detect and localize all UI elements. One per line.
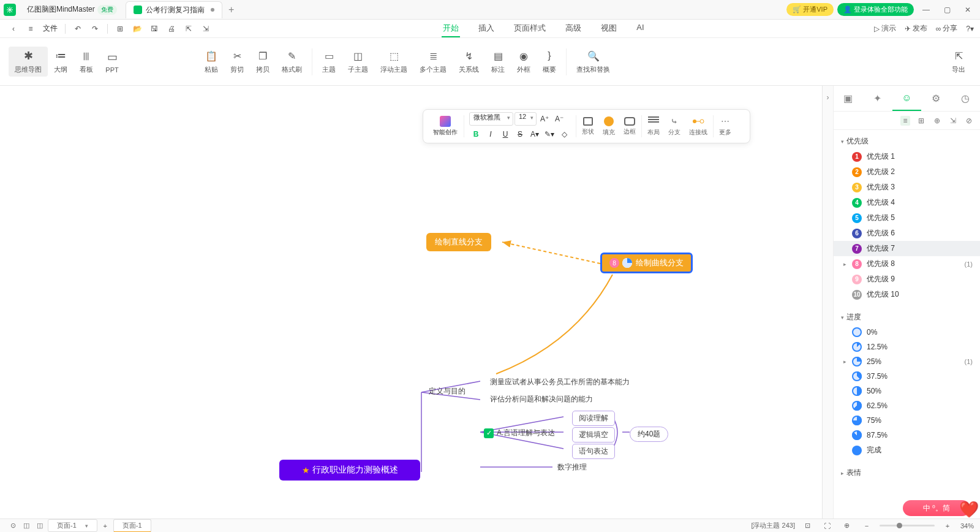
priority-item-2[interactable]: 2优先级 2: [834, 164, 980, 180]
progress-item-7[interactable]: 87.5%: [834, 428, 980, 443]
filter-view-button[interactable]: ⊘: [964, 116, 974, 126]
progress-item-2[interactable]: ▸25%(1): [834, 354, 980, 369]
import-button[interactable]: ⇲: [198, 21, 213, 36]
zoom-in-button[interactable]: +: [941, 520, 954, 531]
progress-item-8[interactable]: 完成: [834, 443, 980, 458]
multi-topic-button[interactable]: ≣多个主题: [413, 49, 453, 74]
vip-button[interactable]: 🛒 开通VIP: [786, 3, 834, 16]
export-quick-button[interactable]: ⇱: [181, 21, 196, 36]
progress-item-6[interactable]: 75%: [834, 413, 980, 428]
view-mindmap-button[interactable]: ✱思维导图: [9, 47, 48, 77]
node-curve-branch-selected[interactable]: 8绘制曲线分支: [600, 253, 693, 273]
view-ppt-button[interactable]: ▭PPT: [99, 50, 125, 74]
node-line-branch[interactable]: 绘制直线分支: [426, 233, 491, 251]
view-outline-button[interactable]: ≔大纲: [48, 49, 74, 74]
fill-button[interactable]: 填充: [600, 116, 618, 137]
save-button[interactable]: 🖫: [147, 21, 162, 36]
status-split-button[interactable]: ◫: [33, 520, 47, 531]
back-button[interactable]: ‹: [6, 21, 21, 36]
export-button[interactable]: ⇱导出: [946, 49, 971, 74]
present-button[interactable]: ▷ 演示: [874, 23, 896, 34]
progress-item-3[interactable]: 37.5%: [834, 369, 980, 384]
node-count-a[interactable]: 约40题: [630, 427, 668, 442]
node-def-a[interactable]: 测量应试者从事公务员工作所需的基本能力: [490, 377, 630, 387]
publish-button[interactable]: ✈ 发布: [905, 23, 927, 34]
summary-button[interactable]: }概要: [537, 49, 562, 74]
node-sub-a1[interactable]: 阅读理解: [572, 411, 615, 426]
add-page-button[interactable]: +: [99, 520, 112, 531]
panel-tab-style[interactable]: ▣: [834, 86, 863, 111]
print-button[interactable]: 🖨: [164, 21, 179, 36]
node-section-a[interactable]: ✓A.言语理解与表达: [484, 428, 555, 438]
login-button[interactable]: 👤 登录体验全部功能: [837, 3, 914, 16]
new-button[interactable]: ⊞: [113, 21, 127, 36]
branch-button[interactable]: ⤷分支: [665, 116, 684, 137]
view-kanban-button[interactable]: ⫼看板: [74, 49, 99, 74]
more-button[interactable]: ⋯更多: [716, 116, 734, 137]
font-shrink-button[interactable]: A⁻: [552, 112, 566, 126]
priority-item-9[interactable]: 9优先级 9: [834, 272, 980, 287]
callout-button[interactable]: ▤标注: [485, 49, 511, 74]
menu-start[interactable]: 开始: [442, 20, 460, 37]
priority-item-7[interactable]: 7优先级 7: [834, 241, 980, 256]
cut-button[interactable]: ✂剪切: [224, 49, 250, 74]
strike-button[interactable]: S: [513, 127, 527, 141]
progress-item-4[interactable]: 50%: [834, 384, 980, 398]
document-tab[interactable]: 公考行测复习指南: [126, 1, 222, 18]
priority-section-head[interactable]: ▾优先级: [834, 134, 980, 149]
status-center-button[interactable]: ⊕: [840, 520, 854, 531]
connector-button[interactable]: 连接线: [686, 116, 710, 137]
panel-tab-icons[interactable]: ☺: [892, 86, 922, 111]
menu-ai[interactable]: AI: [635, 20, 645, 37]
node-sub-a3[interactable]: 语句表达: [572, 444, 615, 459]
priority-item-4[interactable]: 4优先级 4: [834, 195, 980, 210]
boundary-button[interactable]: ◉外框: [511, 49, 537, 74]
highlight-button[interactable]: ✎▾: [543, 127, 556, 141]
add-tab-button[interactable]: +: [224, 2, 239, 18]
font-color-button[interactable]: A▾: [528, 127, 541, 141]
menu-insert[interactable]: 插入: [477, 20, 496, 37]
shape-button[interactable]: 形状: [579, 117, 597, 136]
bold-button[interactable]: B: [469, 127, 483, 141]
progress-section-head[interactable]: ▾进度: [834, 310, 980, 325]
file-menu[interactable]: 文件: [43, 23, 58, 34]
status-fit-button[interactable]: ⛶: [821, 520, 834, 531]
help-button[interactable]: ?▾: [966, 25, 974, 33]
progress-item-0[interactable]: 0%: [834, 325, 980, 340]
manage-view-button[interactable]: ⇲: [948, 116, 958, 126]
canvas[interactable]: 绘制直线分支 8绘制曲线分支 定义与目的 测量应试者从事公务员工作所需的基本能力…: [0, 86, 822, 519]
menu-icon[interactable]: ≡: [23, 21, 38, 36]
topic-button[interactable]: ▭主题: [316, 49, 342, 74]
page-select[interactable]: 页面-1▾: [48, 519, 97, 532]
font-family-select[interactable]: 微软雅黑: [469, 112, 513, 126]
font-grow-button[interactable]: A⁺: [538, 112, 551, 126]
find-replace-button[interactable]: 🔍查找和替换: [570, 49, 616, 74]
node-definition[interactable]: 定义与目的: [429, 386, 466, 397]
minimize-button[interactable]: —: [918, 2, 935, 18]
close-button[interactable]: ✕: [959, 2, 976, 18]
underline-button[interactable]: U: [499, 127, 512, 141]
add-view-button[interactable]: ⊕: [932, 116, 942, 126]
maximize-button[interactable]: ▢: [938, 2, 956, 18]
priority-item-3[interactable]: 3优先级 3: [834, 180, 980, 195]
layout-button[interactable]: 布局: [644, 116, 663, 137]
menu-view[interactable]: 视图: [600, 20, 618, 37]
node-section-b[interactable]: 数字推理: [557, 462, 587, 473]
priority-item-6[interactable]: 6优先级 6: [834, 226, 980, 241]
redo-button[interactable]: ↷: [88, 21, 102, 36]
font-size-select[interactable]: 12: [514, 112, 537, 126]
progress-item-5[interactable]: 62.5%: [834, 398, 980, 413]
relation-button[interactable]: ↯关系线: [453, 49, 485, 74]
priority-item-1[interactable]: 1优先级 1: [834, 149, 980, 164]
panel-tab-ai[interactable]: ✦: [863, 86, 892, 111]
zoom-slider[interactable]: [880, 525, 935, 526]
panel-collapse-button[interactable]: ›: [823, 86, 834, 519]
node-def-b[interactable]: 评估分析问题和解决问题的能力: [490, 394, 593, 405]
ai-create-button[interactable]: 智能创作: [429, 116, 461, 137]
open-button[interactable]: 📂: [130, 21, 145, 36]
clear-format-button[interactable]: ◇: [557, 127, 571, 141]
share-button[interactable]: ∞ 分享: [936, 23, 958, 34]
panel-tab-history[interactable]: ◷: [951, 86, 980, 111]
list-view-button[interactable]: ≡: [900, 116, 910, 126]
progress-item-1[interactable]: 12.5%: [834, 340, 980, 354]
